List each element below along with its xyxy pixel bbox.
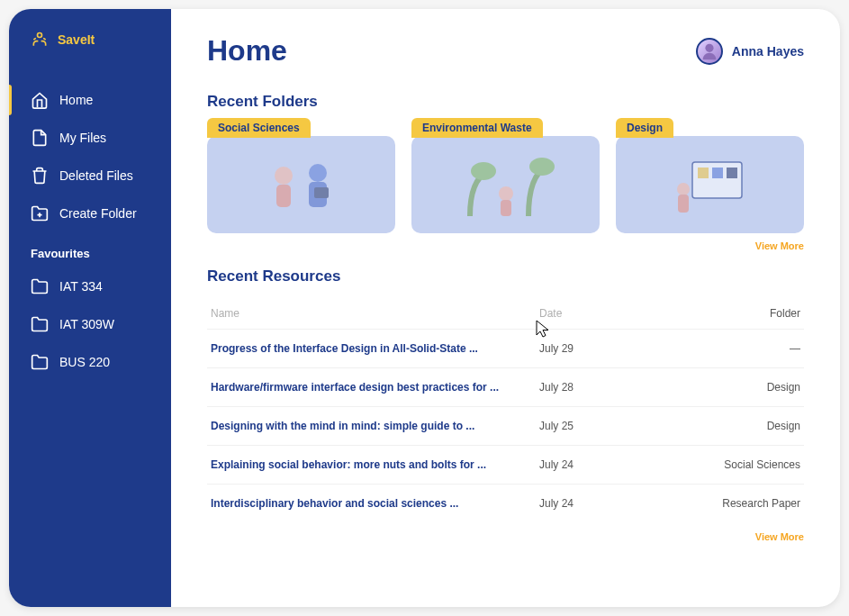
app-window: SaveIt Home My Files Deleted Files Creat… — [9, 9, 840, 607]
trash-icon — [31, 167, 49, 185]
folder-environmental-waste[interactable]: Environmental Waste — [411, 123, 600, 233]
fav-label: IAT 334 — [59, 279, 103, 294]
resource-name: Interdisciplinary behavior and social sc… — [211, 497, 539, 510]
recent-folders-title: Recent Folders — [207, 93, 804, 111]
fav-label: IAT 309W — [59, 317, 114, 331]
folder-illustration — [207, 136, 395, 233]
svg-point-6 — [309, 164, 327, 182]
folder-icon — [31, 277, 49, 295]
resource-row[interactable]: Progress of the Interface Design in All-… — [207, 329, 804, 367]
col-name-header: Name — [211, 307, 539, 320]
header: Home Anna Hayes — [207, 34, 804, 68]
nav-my-files[interactable]: My Files — [9, 119, 171, 157]
folder-icon — [31, 353, 49, 371]
resource-date: July 25 — [539, 420, 656, 432]
recent-folders: Social Sciences Environmental Waste — [207, 123, 804, 233]
svg-point-17 — [677, 183, 690, 195]
folder-tab: Social Sciences — [207, 118, 311, 138]
svg-point-10 — [529, 158, 555, 176]
svg-rect-5 — [276, 185, 291, 207]
svg-rect-12 — [501, 200, 511, 216]
nav-home[interactable]: Home — [9, 81, 171, 119]
home-icon — [31, 91, 49, 109]
user-info[interactable]: Anna Hayes — [696, 38, 804, 65]
nav-create-folder[interactable]: Create Folder — [9, 195, 171, 232]
resource-name: Explaining social behavior: more nuts an… — [211, 458, 539, 471]
resource-folder: Design — [656, 420, 800, 432]
folder-illustration — [411, 136, 600, 233]
resource-date: July 24 — [539, 497, 656, 510]
folder-plus-icon — [31, 204, 49, 222]
svg-point-3 — [705, 43, 713, 51]
resource-row[interactable]: Explaining social behavior: more nuts an… — [207, 445, 804, 484]
saveit-logo-icon — [31, 31, 49, 49]
resource-name: Designing with the mind in mind: simple … — [211, 420, 539, 432]
svg-point-4 — [275, 167, 293, 185]
logo-text: SaveIt — [58, 32, 95, 47]
logo[interactable]: SaveIt — [9, 31, 171, 49]
table-header: Name Date Folder — [207, 298, 804, 329]
resource-row[interactable]: Interdisciplinary behavior and social sc… — [207, 484, 804, 522]
col-folder-header: Folder — [656, 307, 800, 320]
sidebar: SaveIt Home My Files Deleted Files Creat… — [9, 9, 171, 607]
folder-tab: Design — [616, 118, 673, 138]
resource-folder: Social Sciences — [656, 458, 800, 471]
folder-icon — [31, 315, 49, 333]
resources-view-more[interactable]: View More — [207, 531, 804, 542]
svg-rect-8 — [314, 187, 329, 198]
favourites-label: Favourites — [9, 232, 171, 267]
folder-illustration — [616, 136, 804, 233]
user-name: Anna Hayes — [732, 44, 804, 59]
svg-point-9 — [471, 162, 496, 180]
svg-point-0 — [38, 33, 42, 38]
file-icon — [31, 129, 49, 147]
resource-date: July 29 — [539, 342, 656, 355]
col-date-header: Date — [539, 307, 656, 320]
recent-resources-section: Recent Resources Name Date Folder Progre… — [207, 267, 804, 522]
nav-label: Deleted Files — [59, 168, 133, 183]
resource-name: Hardware/firmware interface design best … — [211, 381, 539, 394]
folders-view-more[interactable]: View More — [207, 240, 804, 251]
nav-label: Create Folder — [59, 206, 137, 221]
fav-iat-309w[interactable]: IAT 309W — [9, 305, 171, 343]
resource-row[interactable]: Designing with the mind in mind: simple … — [207, 406, 804, 445]
nav-deleted-files[interactable]: Deleted Files — [9, 157, 171, 195]
nav-label: Home — [59, 93, 93, 107]
svg-rect-16 — [727, 168, 737, 178]
resource-folder: Design — [656, 381, 800, 394]
recent-resources-title: Recent Resources — [207, 267, 804, 285]
svg-rect-18 — [678, 195, 689, 213]
nav-label: My Files — [59, 131, 106, 145]
fav-iat-334[interactable]: IAT 334 — [9, 267, 171, 305]
svg-rect-14 — [698, 168, 709, 178]
svg-point-11 — [499, 186, 513, 201]
resource-date: July 28 — [539, 381, 656, 394]
resource-row[interactable]: Hardware/firmware interface design best … — [207, 367, 804, 406]
avatar — [696, 38, 723, 65]
fav-label: BUS 220 — [59, 355, 110, 369]
resource-folder: — — [656, 342, 800, 355]
fav-bus-220[interactable]: BUS 220 — [9, 343, 171, 381]
resource-date: July 24 — [539, 458, 656, 471]
resource-name: Progress of the Interface Design in All-… — [211, 342, 539, 355]
folder-design[interactable]: Design — [616, 123, 804, 233]
svg-rect-15 — [712, 168, 723, 178]
main-content: Home Anna Hayes Recent Folders Social Sc… — [171, 9, 840, 607]
folder-tab: Environmental Waste — [411, 118, 543, 138]
folder-social-sciences[interactable]: Social Sciences — [207, 123, 395, 233]
resource-folder: Research Paper — [656, 497, 800, 510]
page-title: Home — [207, 34, 287, 68]
